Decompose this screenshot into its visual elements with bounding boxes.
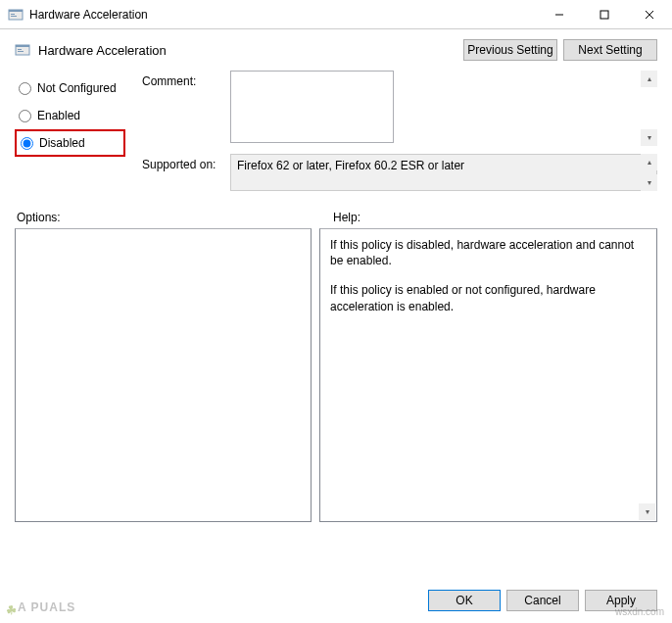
state-radio-group: Not Configured Enabled Disabled bbox=[15, 71, 142, 199]
help-paragraph-1: If this policy is disabled, hardware acc… bbox=[330, 237, 647, 268]
radio-disabled-label: Disabled bbox=[39, 136, 85, 150]
titlebar: Hardware Acceleration bbox=[0, 0, 672, 29]
maximize-button[interactable] bbox=[582, 0, 627, 29]
highlight-box: Disabled bbox=[15, 129, 125, 157]
scroll-down-icon[interactable]: ▾ bbox=[639, 503, 655, 520]
radio-enabled[interactable]: Enabled bbox=[15, 102, 142, 129]
close-button[interactable] bbox=[627, 0, 672, 29]
next-setting-button[interactable]: Next Setting bbox=[563, 39, 657, 61]
radio-disabled-input[interactable] bbox=[21, 137, 33, 150]
supported-scrollbar: ▴ ▾ bbox=[641, 154, 657, 191]
svg-rect-9 bbox=[16, 45, 29, 47]
supported-on-value: Firefox 62 or later, Firefox 60.2 ESR or… bbox=[230, 154, 657, 191]
svg-rect-11 bbox=[18, 51, 24, 52]
policy-icon bbox=[15, 42, 30, 58]
minimize-button[interactable] bbox=[537, 0, 582, 29]
svg-rect-1 bbox=[9, 10, 23, 12]
radio-enabled-label: Enabled bbox=[37, 109, 80, 122]
svg-rect-5 bbox=[600, 11, 608, 19]
scroll-up-icon[interactable]: ▴ bbox=[641, 71, 657, 87]
radio-enabled-input[interactable] bbox=[19, 110, 31, 122]
watermark-right: wsxdn.com bbox=[615, 606, 664, 617]
scroll-down-icon[interactable]: ▾ bbox=[641, 129, 657, 146]
radio-disabled[interactable]: Disabled bbox=[19, 136, 85, 150]
help-section-label: Help: bbox=[331, 211, 657, 224]
options-section-label: Options: bbox=[15, 211, 331, 224]
svg-rect-3 bbox=[11, 16, 17, 17]
svg-rect-2 bbox=[11, 14, 15, 15]
comment-input[interactable] bbox=[230, 71, 394, 143]
svg-rect-10 bbox=[18, 49, 22, 50]
comment-label: Comment: bbox=[142, 71, 230, 146]
window-title: Hardware Acceleration bbox=[29, 8, 537, 22]
comment-scrollbar: ▴ ▾ bbox=[641, 71, 657, 146]
ok-button[interactable]: OK bbox=[428, 590, 501, 611]
cancel-button[interactable]: Cancel bbox=[506, 590, 579, 611]
help-panel: If this policy is disabled, hardware acc… bbox=[319, 228, 657, 522]
scroll-up-icon[interactable]: ▴ bbox=[641, 154, 657, 170]
watermark-left-text: A PUALS bbox=[18, 600, 75, 614]
watermark-leaf-icon: ☘ bbox=[5, 602, 19, 618]
supported-label: Supported on: bbox=[142, 154, 230, 191]
radio-not-configured[interactable]: Not Configured bbox=[15, 74, 142, 102]
radio-not-configured-input[interactable] bbox=[19, 82, 31, 95]
radio-not-configured-label: Not Configured bbox=[37, 81, 117, 95]
scroll-down-icon[interactable]: ▾ bbox=[641, 174, 657, 191]
page-title: Hardware Acceleration bbox=[38, 43, 463, 58]
supported-on-text: Firefox 62 or later, Firefox 60.2 ESR or… bbox=[237, 159, 464, 172]
previous-setting-button[interactable]: Previous Setting bbox=[463, 39, 557, 61]
watermark-left: ☘A PUALS bbox=[6, 592, 75, 617]
header-row: Hardware Acceleration Previous Setting N… bbox=[0, 29, 672, 66]
help-paragraph-2: If this policy is enabled or not configu… bbox=[330, 282, 647, 313]
app-icon bbox=[8, 7, 24, 23]
options-panel bbox=[15, 228, 312, 522]
